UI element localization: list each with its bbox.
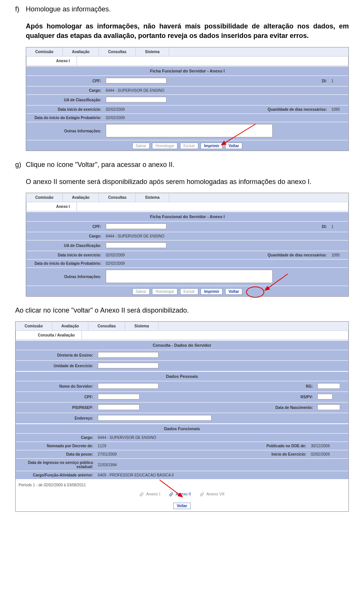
label-unidade: Unidade de Exercício: — [16, 361, 96, 371]
main-menu: Comissão Avaliação Consultas Sistema — [16, 322, 348, 331]
label-diretoria: Diretoria de Ensino: — [16, 350, 96, 361]
button-bar: Salvar Homologar Excluir Imprimir Voltar — [26, 286, 348, 296]
label-ingresso: Data de ingresso no serviço público esta… — [16, 459, 96, 471]
input-outras[interactable] — [106, 270, 273, 283]
menu-avaliacao[interactable]: Avaliação — [63, 47, 99, 56]
anexo7-link[interactable]: Anexo VII — [200, 492, 224, 497]
label-di: DI: — [258, 75, 329, 86]
anexo1-label: Anexo I — [146, 492, 160, 496]
menu-consultas[interactable]: Consultas — [99, 193, 136, 202]
save-button[interactable]: Salvar — [132, 288, 150, 295]
save-button[interactable]: Salvar — [132, 143, 150, 149]
input-ua[interactable] — [106, 242, 166, 248]
label-cpf: CPF: — [26, 75, 104, 86]
paperclip-icon — [140, 492, 144, 497]
label-nome: Nome do Servidor: — [16, 381, 96, 392]
subnav-anexo1[interactable]: Anexo I — [49, 57, 77, 65]
label-data-estagio: Data do início do Estágio Probatório: — [26, 259, 104, 267]
input-diretoria[interactable] — [98, 352, 158, 358]
section-funcionais-header: Dados Funcionais — [16, 423, 348, 433]
paperclip-icon — [200, 492, 204, 497]
input-outras[interactable] — [106, 124, 273, 137]
anexo2-link[interactable]: Anexo II — [169, 492, 191, 497]
item-f-title: Homologue as informações. — [26, 5, 111, 13]
value-cargo: 6444 - SUPERVISOR DE ENSINO — [104, 86, 348, 94]
label-cpf2: CPF: — [16, 392, 96, 402]
section-ficha-header: Ficha Funcional do Servidor - Anexo I — [26, 66, 348, 75]
input-nome[interactable] — [98, 383, 158, 389]
screenshot-anexo1-homologar: Comissão Avaliação Consultas Sistema Ane… — [26, 47, 349, 151]
label-qtd-dias: Quantidade de dias necessários: — [258, 251, 329, 259]
screenshot-anexo1-voltar: Comissão Avaliação Consultas Sistema Ane… — [26, 193, 349, 297]
anexo1-link[interactable]: Anexo I — [140, 492, 160, 497]
anexo7-label: Anexo VII — [206, 492, 224, 496]
menu-sistema[interactable]: Sistema — [136, 193, 169, 202]
item-g-title: Clique no ícone "Voltar", para acessar o… — [26, 161, 174, 168]
input-cpf[interactable] — [106, 223, 166, 229]
subnav-anexo1[interactable]: Anexo I — [49, 202, 77, 211]
value-publicado: 30/12/2008 — [309, 442, 348, 450]
button-bar: Salvar Homologar Excluir Imprimir Voltar — [26, 140, 348, 151]
label-data-inicio: Data início de exercício: — [26, 105, 104, 113]
section-ficha-header: Ficha Funcional do Servidor - Anexo I — [26, 211, 348, 221]
menu-avaliacao[interactable]: Avaliação — [52, 322, 88, 330]
value-cargo3: 6444 - SUPERVISOR DE ENSINO — [96, 434, 348, 442]
label-cargo-ant: Cargo/Função-Atividade anterior: — [16, 471, 96, 480]
label-cargo: Cargo: — [26, 232, 104, 240]
voltar-button[interactable]: Voltar — [225, 143, 243, 149]
value-data-estagio: 02/02/2009 — [104, 259, 348, 267]
input-nasc[interactable] — [317, 404, 340, 410]
input-cpf[interactable] — [106, 78, 166, 83]
label-outras: Outras Informações: — [26, 267, 104, 286]
excluir-button[interactable]: Excluir — [180, 288, 198, 295]
imprimir-button[interactable]: Imprimir — [201, 288, 223, 295]
menu-comissao[interactable]: Comissão — [26, 193, 63, 202]
imprimir-button[interactable]: Imprimir — [201, 143, 223, 149]
menu-comissao[interactable]: Comissão — [16, 322, 52, 330]
label-di: DI: — [258, 221, 329, 232]
homologar-button[interactable]: Homologar — [152, 143, 177, 149]
value-data-estagio: 02/02/2009 — [104, 113, 348, 122]
item-g-paragraph: O anexo II somente será disponibilizado … — [0, 173, 364, 190]
value-posse: 27/01/2009 — [96, 450, 242, 459]
label-data-inicio: Data início de exercício: — [26, 251, 104, 259]
menu-sistema[interactable]: Sistema — [136, 47, 169, 56]
label-qtd-dias: Quantidade de dias necessários: — [258, 105, 329, 113]
value-ingresso: 21/03/1994 — [96, 459, 348, 471]
label-cpf: CPF: — [26, 221, 104, 232]
periodo-text: Período 1 - de 02/02/2009 à 03/08/2011 — [16, 479, 348, 489]
menu-consultas[interactable]: Consultas — [99, 47, 136, 56]
main-menu: Comissão Avaliação Consultas Sistema — [26, 193, 348, 202]
voltar-button[interactable]: Voltar — [225, 288, 243, 295]
label-posse: Data da posse: — [16, 450, 96, 459]
label-cargo3: Cargo: — [16, 434, 96, 442]
label-data-estagio: Data do início do Estágio Probatório: — [26, 113, 104, 122]
voltar-button-bottom[interactable]: Voltar — [173, 503, 191, 509]
label-ua: UA de Classificação: — [26, 240, 104, 251]
menu-consultas[interactable]: Consultas — [88, 322, 125, 330]
subnav-bar: Anexo I — [26, 202, 348, 211]
input-ua[interactable] — [106, 97, 166, 102]
menu-comissao[interactable]: Comissão — [26, 47, 63, 56]
input-endereco[interactable] — [98, 415, 212, 421]
label-publicado: Publicado no DOE de: — [242, 442, 309, 450]
subnav-consulta[interactable]: Consulta / Avaliação — [31, 331, 82, 340]
value-data-inicio: 02/02/2009 — [104, 251, 258, 259]
menu-sistema[interactable]: Sistema — [125, 322, 158, 330]
list-marker-g: g) — [15, 160, 21, 170]
label-ua: UA de Classificação: — [26, 94, 104, 105]
input-pis[interactable] — [98, 404, 140, 410]
value-di: 1 — [329, 75, 348, 86]
input-rspv[interactable] — [317, 394, 333, 399]
excluir-button[interactable]: Excluir — [180, 143, 198, 149]
menu-avaliacao[interactable]: Avaliação — [63, 193, 99, 202]
main-menu: Comissão Avaliação Consultas Sistema — [26, 47, 348, 57]
value-nomeado: 1129 — [96, 442, 242, 450]
input-unidade[interactable] — [98, 363, 158, 368]
homologar-button[interactable]: Homologar — [152, 288, 177, 295]
input-rg[interactable] — [317, 383, 340, 389]
label-endereco: Endereço: — [16, 413, 96, 424]
label-inicio-ex: Início do Exercício: — [242, 450, 309, 459]
input-cpf2[interactable] — [98, 394, 140, 399]
value-di: 1 — [329, 221, 348, 232]
